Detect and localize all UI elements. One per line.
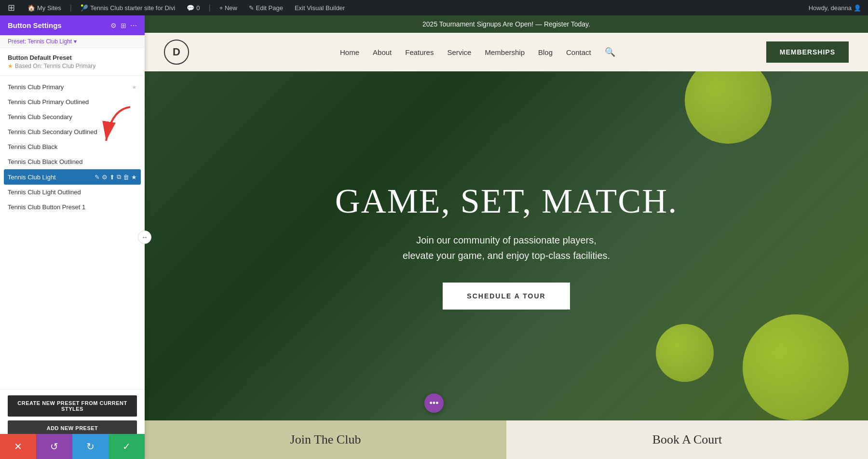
nav-about[interactable]: About xyxy=(373,48,392,56)
preset-label: Tennis Club Button Preset 1 xyxy=(8,203,137,211)
admin-comments[interactable]: 💬 0 xyxy=(184,0,203,15)
preset-label: Tennis Club Light Outlined xyxy=(8,189,137,196)
nav-contact[interactable]: Contact xyxy=(566,48,591,56)
admin-tennis-club[interactable]: 🎾 Tennis Club starter site for Divi xyxy=(78,0,178,15)
preset-item-black-outlined[interactable]: Tennis Club Black Outlined xyxy=(0,154,145,169)
star-icon: ★ xyxy=(8,63,13,69)
fab-dots-icon: ••• xyxy=(430,398,439,408)
preset-label: Tennis Club Black Outlined xyxy=(8,158,137,165)
admin-my-sites[interactable]: 🏠 My Sites xyxy=(25,0,64,15)
copy-icon[interactable]: ⧉ xyxy=(117,173,121,181)
nav-service[interactable]: Service xyxy=(447,48,471,56)
pencil-icon[interactable]: ✎ xyxy=(95,174,100,181)
avatar-icon: 👤 xyxy=(854,4,861,12)
strip-join-club[interactable]: Join The Club xyxy=(145,420,506,459)
preset-label: Tennis Club Primary xyxy=(8,83,132,91)
comment-icon: 💬 xyxy=(187,4,194,12)
admin-edit-page[interactable]: ✎ Edit Page xyxy=(246,0,286,15)
bottom-strip: Join The Club Book A Court xyxy=(145,420,868,459)
logo-circle[interactable]: D xyxy=(164,40,189,65)
preset-item-light[interactable]: Tennis Club Light ✎ ⚙ ⬆ ⧉ 🗑 ★ xyxy=(4,169,141,185)
cancel-button[interactable]: ✕ xyxy=(0,434,36,459)
preset-label: Tennis Club Primary Outlined xyxy=(8,98,137,106)
default-preset-sub: ★ Based On: Tennis Club Primary xyxy=(8,63,137,69)
site-nav: Home About Features Service Membership B… xyxy=(340,47,615,57)
preset-star-icon: ★ xyxy=(132,84,137,91)
star-filled-icon[interactable]: ★ xyxy=(131,174,137,181)
redo-button[interactable]: ↻ xyxy=(72,434,108,459)
main-layout: Button Settings ⚙ ⊞ ⋯ Preset: Tennis Clu… xyxy=(0,15,868,459)
admin-bar: ⊞ 🏠 My Sites | 🎾 Tennis Club starter sit… xyxy=(0,0,868,15)
join-club-text: Join The Club xyxy=(290,432,361,447)
strip-book-court[interactable]: Book A Court xyxy=(506,420,868,459)
tennis-ball-decoration-2 xyxy=(743,314,849,420)
nav-features[interactable]: Features xyxy=(405,48,434,56)
announcement-bar: 2025 Tournament Signups Are Open! — Regi… xyxy=(145,15,868,33)
preset-item-secondary-outlined[interactable]: Tennis Club Secondary Outlined xyxy=(0,124,145,139)
preset-item-primary[interactable]: Tennis Club Primary ★ xyxy=(0,80,145,94)
save-button[interactable]: ✓ xyxy=(108,434,145,459)
tennis-ball-decoration-3 xyxy=(656,324,714,382)
preset-item-black[interactable]: Tennis Club Black xyxy=(0,139,145,154)
hero-content: GAME, SET, MATCH. Join our community of … xyxy=(335,182,678,309)
expand-panel-handle[interactable]: ↔ xyxy=(138,230,151,244)
tennis-icon: 🎾 xyxy=(81,4,88,12)
create-preset-button[interactable]: CREATE NEW PRESET FROM CURRENT STYLES xyxy=(8,395,137,417)
gear-icon[interactable]: ⚙ xyxy=(102,174,108,181)
trash-icon[interactable]: 🗑 xyxy=(123,174,129,181)
panel-settings-icon[interactable]: ⚙ xyxy=(110,22,117,29)
preset-label: Tennis Club Light xyxy=(8,174,95,181)
hero-subtitle: Join our community of passionate players… xyxy=(335,232,678,263)
admin-new[interactable]: + New xyxy=(217,0,240,15)
panel-header: Button Settings ⚙ ⊞ ⋯ xyxy=(0,15,145,35)
preset-actions: ✎ ⚙ ⬆ ⧉ 🗑 ★ xyxy=(95,173,137,181)
admin-bar-right: Howdy, deanna 👤 xyxy=(806,4,864,12)
schedule-tour-button[interactable]: SCHEDULE A TOUR xyxy=(443,283,570,310)
wp-logo-icon[interactable]: ⊞ xyxy=(4,2,19,13)
admin-greeting[interactable]: Howdy, deanna 👤 xyxy=(806,4,864,12)
left-panel: Button Settings ⚙ ⊞ ⋯ Preset: Tennis Clu… xyxy=(0,15,145,459)
floating-action-button[interactable]: ••• xyxy=(424,393,444,413)
website-area: 2025 Tournament Signups Are Open! — Regi… xyxy=(145,15,868,459)
preset-label: Tennis Club Secondary xyxy=(8,113,137,121)
preset-item-secondary[interactable]: Tennis Club Secondary xyxy=(0,109,145,124)
site-logo: D xyxy=(164,40,189,65)
site-header: D Home About Features Service Membership… xyxy=(145,33,868,71)
panel-dots-icon[interactable]: ⋯ xyxy=(130,22,137,29)
preset-label: Tennis Club Black xyxy=(8,143,137,150)
preset-item-light-outlined[interactable]: Tennis Club Light Outlined xyxy=(0,185,145,200)
panel-preset-label[interactable]: Preset: Tennis Club Light ▾ xyxy=(0,35,145,48)
memberships-button[interactable]: MEMBERSHIPS xyxy=(766,41,849,63)
admin-exit-vb[interactable]: Exit Visual Builder xyxy=(292,0,348,15)
preset-item-button-preset-1[interactable]: Tennis Club Button Preset 1 xyxy=(0,200,145,215)
header-right: MEMBERSHIPS xyxy=(766,41,849,63)
panel-grid-icon[interactable]: ⊞ xyxy=(121,22,126,29)
book-court-text: Book A Court xyxy=(652,432,722,447)
home-icon: 🏠 xyxy=(27,4,35,12)
bottom-toolbar: ✕ ↺ ↻ ✓ xyxy=(0,434,145,459)
nav-home[interactable]: Home xyxy=(340,48,359,56)
hero-title: GAME, SET, MATCH. xyxy=(335,182,678,220)
default-preset-title: Button Default Preset xyxy=(8,54,137,61)
undo-button[interactable]: ↺ xyxy=(36,434,72,459)
preset-list: Tennis Club Primary ★ Tennis Club Primar… xyxy=(0,76,145,389)
preset-label: Tennis Club Secondary Outlined xyxy=(8,128,137,135)
nav-blog[interactable]: Blog xyxy=(538,48,553,56)
panel-default-preset: Button Default Preset ★ Based On: Tennis… xyxy=(0,48,145,76)
preset-item-primary-outlined[interactable]: Tennis Club Primary Outlined xyxy=(0,94,145,109)
hero-section: GAME, SET, MATCH. Join our community of … xyxy=(145,71,868,420)
panel-header-icons: ⚙ ⊞ ⋯ xyxy=(110,22,137,29)
search-icon[interactable]: 🔍 xyxy=(605,47,615,57)
upload-icon[interactable]: ⬆ xyxy=(109,174,115,181)
nav-membership[interactable]: Membership xyxy=(485,48,525,56)
panel-title: Button Settings xyxy=(8,21,62,29)
